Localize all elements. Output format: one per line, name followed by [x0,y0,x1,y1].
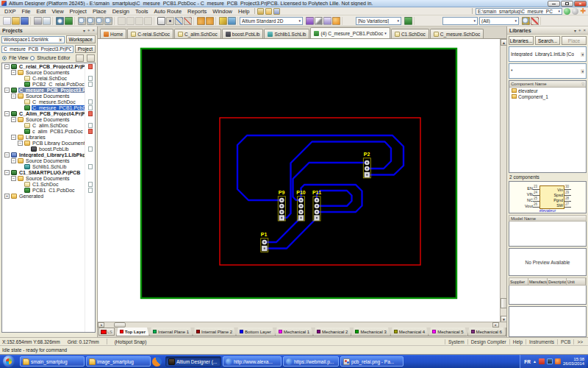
instruments-button[interactable]: Instruments [526,339,557,344]
tray-expand-icon[interactable]: ▲ [533,359,537,364]
doc-tab-4-c-mesure-pcb1-pcbdoc[interactable]: (4) C_mesure_PCB1.PcbDoc▾ [310,27,390,38]
item-button[interactable]: >> [573,339,586,344]
tree-item-source-documents[interactable]: −Source Documents [2,93,95,99]
move-icon[interactable] [166,17,174,25]
project-button[interactable]: Project [75,45,96,53]
ball-icon[interactable] [332,17,340,25]
layer-tab-internal-plane-1[interactable]: Internal Plane 1 [149,328,193,336]
layer-tab-mechanical-5[interactable]: Mechanical 5 [429,328,467,336]
tree-item-schlib1-schlib[interactable]: Schlib1.SchLib [2,163,95,169]
menu-auto-route[interactable]: Auto Route [151,8,185,15]
expand-minus-icon[interactable]: − [11,158,16,163]
refresh-tool-icon[interactable] [76,54,84,62]
menu-place[interactable]: Place [90,8,110,15]
horizontal-scroll-thumb[interactable] [114,322,126,328]
tree-item-pcb2-c-relai-pcbdoc[interactable]: PCB2_C_relai.PcbDoc [2,81,95,87]
cut-icon[interactable] [118,17,126,25]
design-compiler-button[interactable]: Design Compiler [467,339,509,344]
supplier-detail-box[interactable] [509,306,587,337]
expand-minus-icon[interactable]: − [18,141,23,146]
print-icon[interactable] [34,17,42,25]
layer-tab-mechanical-1[interactable]: Mechanical 1 [275,328,313,336]
column-description[interactable]: Description [548,278,567,285]
workspace-button[interactable]: Workspace [66,35,96,43]
expand-minus-icon[interactable]: − [11,93,16,99]
doc-tab-c-mesure-schdoc[interactable]: C_mesure.SchDoc [430,29,484,38]
chip-icon[interactable] [65,17,73,25]
workspace-combo[interactable]: Workspace1.DsnWrk ▾ [1,36,65,43]
preview-icon[interactable] [43,17,51,25]
expand-minus-icon[interactable]: − [4,64,10,69]
home-plus-icon[interactable]: ✛ [580,8,587,15]
doc-tab-c1-schdoc[interactable]: C1.SchDoc [391,29,429,38]
expand-minus-icon[interactable]: − [11,135,16,140]
vertical-scrollbar[interactable]: ▲ ▼ [500,39,506,322]
column-manufactur[interactable]: Manufactur [528,278,548,285]
board-icon[interactable] [228,17,236,25]
doc-tab-c-alim-schdoc[interactable]: C_alim.SchDoc [174,29,221,38]
zoom3-icon[interactable] [96,17,104,25]
save-icon[interactable] [21,17,29,25]
scroll-right-icon[interactable]: ► [492,322,499,328]
paste-icon[interactable] [135,17,143,25]
tree-item-c-mesure-schdoc[interactable]: C_mesure.SchDoc [2,99,95,105]
panel-close-icon[interactable]: × [583,28,586,33]
structure-editor-radio[interactable] [30,56,35,60]
tree-item-c1-smartplug-prjpcb[interactable]: −C1_SMARTPLUG.PrjPCB [2,169,95,175]
menu-help[interactable]: Help [235,8,252,15]
tree-item-c-alim-pcb-project4-prjpcb[interactable]: −C_Alim_PCB_Project4.PrjPCB [2,110,95,116]
layer-tab-top-layer[interactable]: Top Layer [116,328,149,336]
menu-dxp[interactable]: DXP [1,8,18,15]
tree-item-c-alim-pcb1-pcbdoc[interactable]: c_alim_PCB1.PcbDoc * [2,128,95,134]
doc-tab-boost-pcblib[interactable]: boost.PcbLib [222,29,264,38]
expand-plus-icon[interactable]: + [4,194,10,199]
menu-view[interactable]: View [49,8,66,15]
tree-item-pcb-library-documents[interactable]: −PCB Library Documents [2,140,95,146]
open-icon[interactable] [12,17,20,25]
variations-combo[interactable]: [No Variations]▾ [356,17,401,25]
component-row-levateur[interactable]: élevateur [509,88,586,93]
eye-icon[interactable] [56,17,64,25]
tree-item-pcb1-c1-pcbdoc[interactable]: PCB1_C1.PcbDoc [2,187,95,193]
copy-icon[interactable] [126,17,135,25]
clock[interactable]: 15:38 26/03/2014 [563,357,584,367]
file-view-radio[interactable] [2,56,7,60]
help-button[interactable]: Help [509,339,526,344]
note-icon[interactable] [323,17,331,25]
wire-icon[interactable] [175,17,183,25]
tray-display-icon[interactable] [547,358,553,364]
layer-set-button[interactable]: LS [98,328,115,336]
scroll-down-icon[interactable]: ▼ [501,316,506,322]
column-unit[interactable]: Unit [567,278,586,285]
tray-audio-icon[interactable] [555,358,561,364]
menu-file[interactable]: File [18,8,33,15]
library-select-combo[interactable]: Integrated_Library1.IntLib [Co ▾ [509,46,587,62]
menu-reports[interactable]: Reports [184,8,209,15]
rect-icon[interactable] [157,17,165,25]
zoom2-icon[interactable] [87,17,95,25]
expand-minus-icon[interactable]: − [4,152,10,158]
panel-pin-icon[interactable]: ⌖ [578,28,581,33]
tree-item-c-mesure-pcb-project3-prjp[interactable]: −C_mesure_PCB_Project3.PrjP [2,87,95,93]
paste2-icon[interactable] [144,17,152,25]
column-supplier[interactable]: Supplier [509,278,528,285]
minimize-button[interactable] [548,1,560,7]
layer-tab-bottom-layer[interactable]: Bottom Layer [236,328,275,336]
forward-icon[interactable] [572,8,578,15]
scope-combo[interactable]: (All)▾ [479,17,519,25]
taskbar-item-http-www-alexa[interactable]: http://www.alexa... [223,356,282,367]
maximize-button[interactable] [561,1,573,7]
taskbar-item-https-webmail-p[interactable]: https://webmail.p... [283,356,339,367]
language-indicator[interactable]: FR [524,359,531,364]
find-icon[interactable] [522,17,530,25]
pcb-button[interactable]: PCB [557,339,573,344]
panel-menu-icon[interactable]: ▾ [83,28,85,33]
scroll-up-icon[interactable]: ▲ [501,39,506,46]
brush-icon[interactable] [306,17,314,25]
pcb-canvas[interactable]: P2 P9 [98,39,506,322]
open-tool-icon[interactable] [87,54,95,62]
expand-minus-icon[interactable]: − [11,117,16,122]
varchip-icon[interactable] [404,17,412,25]
tree-item-source-documents[interactable]: −Source Documents [2,69,95,75]
doc-tab-c-relai-schdoc[interactable]: C-relai.SchDoc [127,29,173,38]
